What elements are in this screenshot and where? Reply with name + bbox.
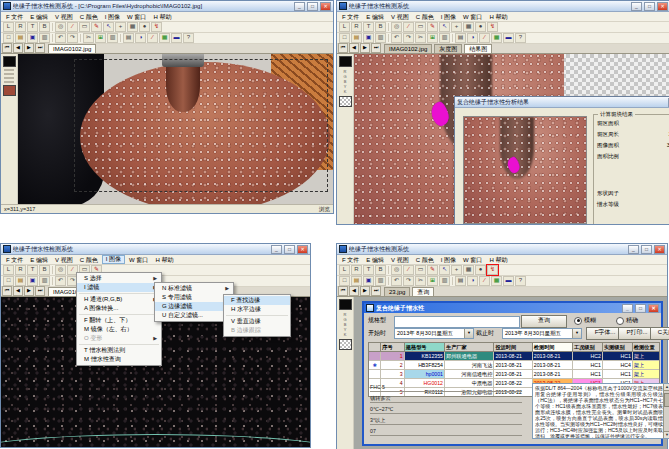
- menu-item-deform[interactable]: O 变形▶: [77, 334, 161, 343]
- undo-icon[interactable]: ↶: [55, 33, 66, 43]
- arrow-icon[interactable]: ↖: [439, 22, 450, 32]
- transparent-swatch[interactable]: [339, 339, 352, 350]
- tool-t-button[interactable]: T: [363, 22, 374, 32]
- menu-item-edge-trace[interactable]: B 边缘跟踪: [224, 326, 290, 335]
- tool-l-button[interactable]: L: [339, 265, 350, 275]
- close-button[interactable]: ✕: [297, 245, 308, 254]
- eyedropper-icon[interactable]: ∕: [403, 22, 414, 32]
- nav-prev-icon[interactable]: ◀: [349, 286, 359, 296]
- close-query-button[interactable]: C关闭: [650, 327, 669, 340]
- run-icon[interactable]: ↯: [151, 22, 162, 32]
- draw-icon[interactable]: ∕: [147, 33, 158, 43]
- crop-icon[interactable]: +: [451, 22, 462, 32]
- notes-scrollbar[interactable]: ▲ ▼: [663, 384, 669, 438]
- tab-image[interactable]: 23.jpg: [384, 287, 410, 296]
- print-icon[interactable]: ▥: [375, 33, 386, 43]
- redo-icon[interactable]: ↷: [403, 33, 414, 43]
- tool-r-button[interactable]: R: [15, 22, 26, 32]
- menu-color[interactable]: C 颜色: [77, 256, 101, 264]
- menu-item-hydro-rule[interactable]: T 憎水检测法则: [77, 346, 161, 355]
- nav-last-icon[interactable]: ⏭: [371, 286, 381, 296]
- cut-icon[interactable]: ✂: [83, 33, 94, 43]
- close-button[interactable]: ✕: [320, 2, 331, 11]
- redo-icon[interactable]: ↷: [67, 33, 78, 43]
- minimize-button[interactable]: _: [628, 245, 639, 254]
- menu-view[interactable]: V 视图: [388, 256, 412, 264]
- menu-item-special-filter[interactable]: S 专用滤镜▶: [155, 293, 233, 302]
- dot-icon[interactable]: ●: [475, 265, 486, 275]
- tool-t-button[interactable]: T: [27, 22, 38, 32]
- minimize-button[interactable]: _: [294, 2, 305, 11]
- exact-radio[interactable]: 精确: [616, 316, 638, 325]
- crop-icon[interactable]: +: [115, 22, 126, 32]
- table-row[interactable]: 3 hp0001 河南信通电控 2013-08-21 2013-08-21 HC…: [369, 370, 659, 379]
- save-icon[interactable]: ▣: [363, 276, 374, 286]
- tool-t-button[interactable]: T: [27, 265, 38, 275]
- menu-item-standard-filter[interactable]: N 标准滤镜▶: [155, 284, 233, 293]
- header-manufacturer[interactable]: 生产厂家: [445, 343, 494, 351]
- nav-prev-icon[interactable]: ◀: [349, 43, 359, 53]
- header-commission-date[interactable]: 投运时间: [494, 343, 532, 351]
- menu-view[interactable]: V 视图: [388, 13, 412, 21]
- menu-help[interactable]: H 帮助: [150, 13, 174, 21]
- help-icon[interactable]: ?: [515, 33, 526, 43]
- menu-view[interactable]: V 视图: [52, 13, 76, 21]
- table-row[interactable]: ✱ 2 HB3F8254 河南飞达 2013-08-21 2013-08-21 …: [369, 361, 659, 370]
- tab-grayscale[interactable]: 灰度图: [434, 44, 462, 53]
- image-icon[interactable]: ▬: [503, 33, 514, 43]
- header-position[interactable]: 检测位置: [633, 343, 659, 351]
- open-icon[interactable]: ▤: [351, 276, 362, 286]
- menu-view[interactable]: V 视图: [52, 256, 76, 264]
- tab-query[interactable]: 查询: [412, 287, 434, 296]
- draw-icon[interactable]: ∕: [479, 276, 490, 286]
- new-icon[interactable]: □: [339, 33, 350, 43]
- undo-icon[interactable]: ↶: [391, 33, 402, 43]
- tool-r-button[interactable]: R: [351, 265, 362, 275]
- nav-first-icon[interactable]: ⏮: [338, 43, 348, 53]
- foreground-color-swatch[interactable]: [339, 56, 352, 67]
- menu-edit[interactable]: E 编辑: [363, 13, 387, 21]
- draw-icon[interactable]: ∕: [479, 33, 490, 43]
- scroll-up-icon[interactable]: ▲: [664, 384, 669, 391]
- menu-item-hydro-query[interactable]: M 憎水性查询: [77, 355, 161, 364]
- menu-color[interactable]: C 颜色: [77, 13, 101, 21]
- new-icon[interactable]: □: [339, 276, 350, 286]
- nav-prev-icon[interactable]: ◀: [13, 43, 23, 53]
- zoom-icon[interactable]: ◎: [391, 22, 402, 32]
- menu-image[interactable]: I 图像: [102, 255, 125, 264]
- palette-icon[interactable]: ▦: [491, 276, 502, 286]
- paste-icon[interactable]: ▥: [107, 33, 118, 43]
- copy-icon[interactable]: ⊞: [427, 33, 438, 43]
- copy-icon[interactable]: ⊞: [95, 33, 106, 43]
- timer-icon[interactable]: ◑: [467, 276, 478, 286]
- tool-l-button[interactable]: L: [3, 22, 14, 32]
- palette-icon[interactable]: ▦: [159, 33, 170, 43]
- save-icon[interactable]: ▣: [363, 33, 374, 43]
- maximize-button[interactable]: □: [644, 2, 655, 11]
- grid-icon[interactable]: ▦: [127, 22, 138, 32]
- menu-image[interactable]: I 图像: [438, 256, 459, 264]
- child-minimize-button[interactable]: _: [622, 304, 633, 313]
- close-button[interactable]: ✕: [654, 245, 665, 254]
- image-icon[interactable]: ▬: [171, 33, 182, 43]
- rect-select-icon[interactable]: ▭: [415, 22, 426, 32]
- help-icon[interactable]: ?: [515, 276, 526, 286]
- crop-icon[interactable]: +: [451, 265, 462, 275]
- zoom-icon[interactable]: ◎: [391, 265, 402, 275]
- image-canvas[interactable]: [18, 54, 333, 204]
- tool-b-button[interactable]: B: [375, 265, 386, 275]
- copy-icon[interactable]: ⊞: [427, 276, 438, 286]
- selection-rectangle[interactable]: [74, 59, 328, 192]
- nav-prev-icon[interactable]: ◀: [13, 286, 23, 296]
- image-canvas[interactable]: 复合绝缘子憎水性分析结果 ✕ 计算斑块结果 斑区面积: [354, 54, 669, 224]
- menu-edit[interactable]: E 编辑: [27, 13, 51, 21]
- menu-help[interactable]: H 帮助: [486, 13, 510, 21]
- dot-icon[interactable]: ●: [139, 22, 150, 32]
- menu-file[interactable]: F 文件: [3, 256, 26, 264]
- nav-last-icon[interactable]: ⏭: [35, 286, 45, 296]
- menu-item-edge-filter[interactable]: G 边缘滤镜▶: [155, 302, 233, 311]
- foreground-color-swatch[interactable]: [339, 299, 352, 310]
- paste-icon[interactable]: ▥: [439, 276, 450, 286]
- maximize-button[interactable]: □: [641, 245, 652, 254]
- titlebar[interactable]: 绝缘子憎水性检测系统 _ □ ✕: [337, 244, 667, 255]
